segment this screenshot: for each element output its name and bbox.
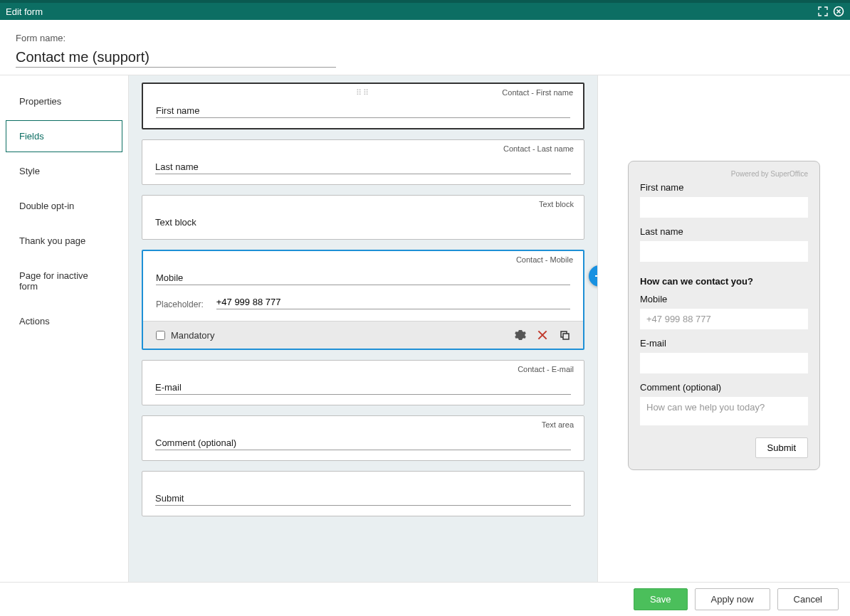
field-label: Submit (155, 493, 571, 506)
field-label: Comment (optional) (155, 437, 571, 450)
sidebar-item-fields[interactable]: Fields (6, 120, 122, 152)
window-title: Edit form (6, 6, 817, 17)
field-card-textblock[interactable]: Text block Text block (142, 195, 584, 240)
save-button[interactable]: Save (634, 588, 688, 610)
field-card-email[interactable]: Contact - E-mail E-mail (142, 360, 584, 405)
svg-rect-2 (563, 334, 569, 339)
cancel-button[interactable]: Cancel (777, 588, 839, 610)
field-tag: Contact - E-mail (518, 365, 574, 373)
placeholder-input[interactable] (216, 297, 570, 309)
sidebar-item-double-opt-in[interactable]: Double opt-in (6, 190, 122, 222)
field-card-submit[interactable]: Submit (142, 471, 584, 516)
sidebar-item-properties[interactable]: Properties (6, 85, 122, 117)
footer: Save Apply now Cancel (0, 582, 850, 616)
field-card-comment[interactable]: Text area Comment (optional) (142, 415, 584, 461)
delete-icon[interactable] (536, 329, 549, 341)
sidebar: Properties Fields Style Double opt-in Th… (0, 75, 128, 582)
mandatory-checkbox-label[interactable]: Mandatory (156, 330, 214, 341)
preview-email-input[interactable] (640, 353, 808, 373)
mandatory-checkbox[interactable] (156, 331, 165, 340)
form-name-area: Form name: (0, 20, 850, 75)
preview-comment-input[interactable] (640, 397, 808, 425)
gear-icon[interactable] (515, 329, 526, 341)
field-label: First name (156, 105, 570, 118)
preview-submit-button[interactable]: Submit (755, 437, 808, 458)
preview-first-name-label: First name (640, 182, 808, 193)
powered-by: Powered by SuperOffice (640, 170, 808, 178)
placeholder-label: Placeholder: (156, 299, 204, 309)
titlebar: Edit form (0, 0, 850, 20)
preview-panel: Powered by SuperOffice First name Last n… (598, 75, 850, 582)
field-label: Text block (155, 217, 571, 229)
preview-last-name-label: Last name (640, 226, 808, 237)
field-card-first-name[interactable]: ⠿⠿ Contact - First name First name (142, 83, 584, 129)
preview-mobile-input[interactable] (640, 309, 808, 329)
preview-heading: How can we contact you? (640, 276, 808, 287)
field-tag: Contact - First name (502, 88, 573, 97)
sidebar-item-actions[interactable]: Actions (6, 305, 122, 337)
preview-email-label: E-mail (640, 338, 808, 349)
apply-now-button[interactable]: Apply now (695, 588, 770, 610)
field-tag: Text area (542, 420, 574, 429)
form-preview: Powered by SuperOffice First name Last n… (628, 161, 820, 470)
field-tag: Contact - Last name (503, 144, 574, 153)
form-name-label: Form name: (16, 33, 834, 43)
fullscreen-icon[interactable] (817, 6, 829, 17)
add-field-button[interactable] (589, 265, 598, 287)
field-label-input[interactable] (156, 272, 570, 285)
field-tag: Contact - Mobile (516, 255, 573, 264)
field-card-last-name[interactable]: Contact - Last name Last name (142, 139, 584, 185)
close-icon[interactable] (833, 6, 844, 17)
duplicate-icon[interactable] (559, 329, 570, 341)
drag-handle-icon[interactable]: ⠿⠿ (356, 88, 370, 97)
sidebar-item-thank-you[interactable]: Thank you page (6, 225, 122, 257)
fields-canvas: ⠿⠿ Contact - First name First name Conta… (128, 75, 598, 582)
preview-comment-label: Comment (optional) (640, 382, 808, 393)
field-label: E-mail (155, 382, 571, 395)
sidebar-item-inactive-form[interactable]: Page for inactive form (6, 260, 122, 302)
field-card-footer: Mandatory (143, 321, 583, 349)
preview-first-name-input[interactable] (640, 197, 808, 218)
field-card-mobile[interactable]: Contact - Mobile Placeholder: Mandatory (142, 250, 584, 350)
field-tag: Text block (539, 200, 574, 208)
preview-last-name-input[interactable] (640, 241, 808, 262)
sidebar-item-style[interactable]: Style (6, 155, 122, 187)
form-name-input[interactable] (16, 48, 336, 68)
preview-mobile-label: Mobile (640, 294, 808, 304)
field-label: Last name (155, 161, 571, 174)
